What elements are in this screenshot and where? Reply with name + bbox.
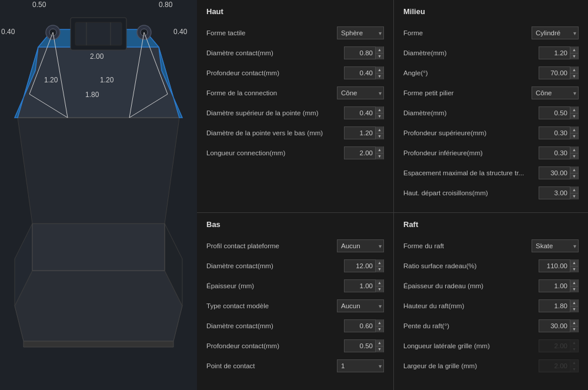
spinner-down-pente-raft[interactable]: ▼ [570, 326, 578, 333]
spinner-up-pente-raft[interactable]: ▲ [570, 319, 578, 326]
input-diametre-mm[interactable] [539, 47, 570, 59]
spinner-profondeur-superieure[interactable]: ▲▼ [539, 126, 579, 139]
spinner-down-profondeur-superieure[interactable]: ▼ [570, 134, 578, 140]
spinner-diametre-contact-bas[interactable]: ▲▼ [344, 259, 384, 272]
spinner-down-largeur-grille[interactable]: ▼ [570, 366, 578, 373]
spinner-up-diametre-bas[interactable]: ▲ [375, 126, 383, 134]
select-forme-connection[interactable]: CôneCylindrePlat [337, 86, 384, 99]
spinner-down-espacement-maximal[interactable]: ▼ [570, 174, 578, 180]
spinner-down-ratio-surface[interactable]: ▼ [570, 266, 578, 273]
spinner-haut-depart[interactable]: ▲▼ [539, 186, 579, 199]
spinner-down-profondeur-contact-bas[interactable]: ▼ [375, 346, 383, 353]
spinner-up-diametre-superieur[interactable]: ▲ [375, 106, 383, 114]
select-forme-raft[interactable]: SkatePlatCône [532, 239, 579, 252]
spinner-down-epaisseur[interactable]: ▼ [375, 286, 383, 293]
spinner-up-profondeur-contact-bas[interactable]: ▲ [375, 339, 383, 346]
input-pente-raft[interactable] [539, 320, 570, 332]
spinner-down-angle[interactable]: ▼ [570, 74, 578, 80]
spinner-longueur-connection[interactable]: ▲▼ [344, 146, 384, 159]
spinner-up-longueur-connection[interactable]: ▲ [375, 146, 383, 154]
input-profondeur-inferieure[interactable] [539, 147, 570, 159]
spinner-down-diametre-mm2[interactable]: ▼ [570, 114, 578, 120]
select-point-contact[interactable]: 123 [337, 359, 384, 372]
input-espacement-maximal[interactable] [539, 167, 570, 179]
input-profondeur-contact[interactable] [345, 67, 375, 79]
spinner-up-haut-depart[interactable]: ▲ [570, 186, 578, 194]
spinner-epaisseur-radeau[interactable]: ▲▼ [539, 279, 579, 292]
spinner-diametre-bas[interactable]: ▲▼ [344, 126, 384, 139]
select-wrapper-forme-connection[interactable]: CôneCylindrePlat [337, 86, 384, 99]
select-wrapper-point-contact[interactable]: 123 [337, 359, 384, 372]
input-angle[interactable] [539, 67, 570, 79]
select-wrapper-forme-tactile[interactable]: SphèreCônePlat [337, 26, 384, 39]
spinner-diametre-superieur[interactable]: ▲▼ [344, 106, 384, 119]
spinner-down-diametre-bas[interactable]: ▼ [375, 134, 383, 140]
spinner-up-profondeur-superieure[interactable]: ▲ [570, 126, 578, 134]
select-wrapper-forme-petit-pilier[interactable]: CôneCylindre [532, 86, 579, 99]
spinner-epaisseur[interactable]: ▲▼ [344, 279, 384, 292]
spinner-down-longueur-laterale[interactable]: ▼ [570, 346, 578, 353]
select-forme-petit-pilier[interactable]: CôneCylindre [532, 86, 579, 99]
input-diametre-contact2[interactable] [345, 320, 375, 332]
spinner-up-diametre-contact2[interactable]: ▲ [375, 319, 383, 326]
input-diametre-mm2[interactable] [539, 107, 570, 119]
select-wrapper-forme[interactable]: CylindréSphèreCône [532, 26, 579, 39]
spinner-up-largeur-grille[interactable]: ▲ [570, 359, 578, 366]
spinner-down-hauteur-raft[interactable]: ▼ [570, 306, 578, 313]
spinner-up-epaisseur[interactable]: ▲ [375, 279, 383, 286]
select-forme[interactable]: CylindréSphèreCône [532, 26, 579, 39]
spinner-longueur-laterale[interactable]: ▲▼ [539, 339, 579, 352]
spinner-down-haut-depart[interactable]: ▼ [570, 194, 578, 200]
input-diametre-superieur[interactable] [345, 107, 375, 119]
input-diametre-contact[interactable] [345, 47, 375, 59]
spinner-up-espacement-maximal[interactable]: ▲ [570, 166, 578, 174]
spinner-profondeur-contact-bas[interactable]: ▲▼ [344, 339, 384, 352]
spinner-up-diametre-mm2[interactable]: ▲ [570, 106, 578, 114]
spinner-diametre-contact[interactable]: ▲▼ [344, 46, 384, 59]
select-profil-contact[interactable]: AucunCôneCylindre [337, 239, 384, 252]
spinner-down-profondeur-contact[interactable]: ▼ [375, 74, 383, 80]
select-type-contact-modele[interactable]: AucunCôneCylindre [337, 299, 384, 312]
spinner-down-diametre-superieur[interactable]: ▼ [375, 114, 383, 120]
input-profondeur-superieure[interactable] [539, 127, 570, 139]
spinner-up-diametre-contact-bas[interactable]: ▲ [375, 259, 383, 266]
select-forme-tactile[interactable]: SphèreCônePlat [337, 26, 384, 39]
select-wrapper-type-contact-modele[interactable]: AucunCôneCylindre [337, 299, 384, 312]
spinner-up-angle[interactable]: ▲ [570, 66, 578, 74]
input-longueur-connection[interactable] [345, 147, 375, 159]
spinner-up-epaisseur-radeau[interactable]: ▲ [570, 279, 578, 286]
input-haut-depart[interactable] [539, 187, 570, 199]
input-diametre-bas[interactable] [345, 127, 375, 139]
spinner-ratio-surface[interactable]: ▲▼ [539, 259, 579, 272]
spinner-up-hauteur-raft[interactable]: ▲ [570, 299, 578, 306]
spinner-down-diametre-contact-bas[interactable]: ▼ [375, 266, 383, 273]
spinner-down-longueur-connection[interactable]: ▼ [375, 154, 383, 160]
spinner-down-diametre-contact2[interactable]: ▼ [375, 326, 383, 333]
spinner-espacement-maximal[interactable]: ▲▼ [539, 166, 579, 179]
spinner-up-profondeur-inferieure[interactable]: ▲ [570, 146, 578, 154]
spinner-angle[interactable]: ▲▼ [539, 66, 579, 79]
input-epaisseur-radeau[interactable] [539, 280, 570, 292]
input-ratio-surface[interactable] [539, 260, 570, 272]
spinner-up-longueur-laterale[interactable]: ▲ [570, 339, 578, 346]
input-longueur-laterale[interactable] [539, 340, 570, 352]
spinner-up-diametre-mm[interactable]: ▲ [570, 46, 578, 54]
spinner-up-diametre-contact[interactable]: ▲ [375, 46, 383, 54]
spinner-largeur-grille[interactable]: ▲▼ [539, 359, 579, 372]
select-wrapper-profil-contact[interactable]: AucunCôneCylindre [337, 239, 384, 252]
spinner-diametre-mm[interactable]: ▲▼ [539, 46, 579, 59]
select-wrapper-forme-raft[interactable]: SkatePlatCône [532, 239, 579, 252]
input-profondeur-contact-bas[interactable] [345, 340, 375, 352]
spinner-up-profondeur-contact[interactable]: ▲ [375, 66, 383, 74]
spinner-down-epaisseur-radeau[interactable]: ▼ [570, 286, 578, 293]
input-diametre-contact-bas[interactable] [345, 260, 375, 272]
spinner-hauteur-raft[interactable]: ▲▼ [539, 299, 579, 312]
input-epaisseur[interactable] [345, 280, 375, 292]
spinner-down-profondeur-inferieure[interactable]: ▼ [570, 154, 578, 160]
spinner-diametre-mm2[interactable]: ▲▼ [539, 106, 579, 119]
spinner-down-diametre-contact[interactable]: ▼ [375, 54, 383, 60]
input-hauteur-raft[interactable] [539, 300, 570, 312]
spinner-up-ratio-surface[interactable]: ▲ [570, 259, 578, 266]
spinner-profondeur-inferieure[interactable]: ▲▼ [539, 146, 579, 159]
spinner-profondeur-contact[interactable]: ▲▼ [344, 66, 384, 79]
